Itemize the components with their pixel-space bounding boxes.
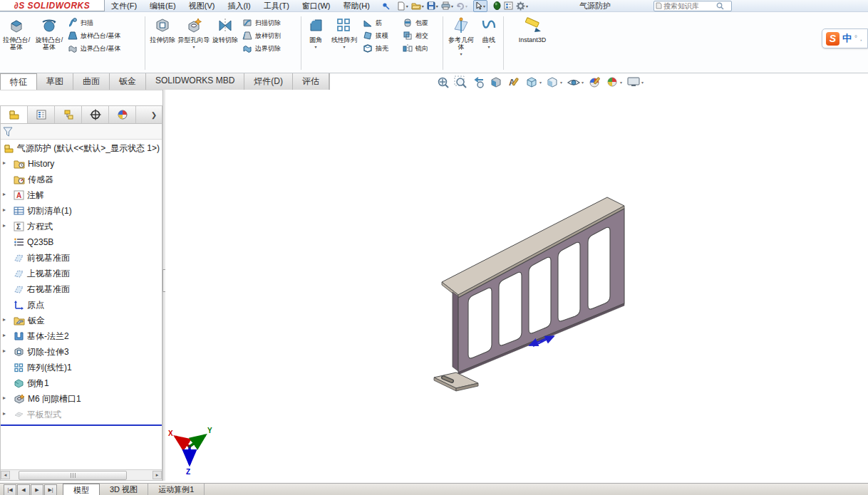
tree-horizontal-scrollbar[interactable]: ◂ ▸ [1, 469, 162, 480]
graphics-viewport[interactable]: X Y Z [165, 90, 868, 483]
menu-window[interactable]: 窗口(W) [296, 0, 337, 11]
new-document-icon[interactable]: ▾ [396, 1, 410, 11]
rib-button[interactable]: 筋 [361, 18, 401, 28]
tab-solidworks-mbd[interactable]: SOLIDWORKS MBD [146, 73, 244, 90]
rollback-bar[interactable] [1, 424, 162, 426]
curves-button[interactable]: 曲线 ▾ [477, 14, 501, 73]
first-tab-button[interactable]: |◀ [4, 484, 16, 495]
save-icon[interactable]: ▾ [425, 1, 440, 11]
revolve-boss-button[interactable]: 旋转凸台/基体 [33, 14, 66, 73]
tab-motion-study[interactable]: 运动算例1 [148, 484, 205, 495]
tree-item-top-plane[interactable]: 上视基准面 [1, 266, 162, 281]
zoom-to-fit-icon[interactable] [436, 75, 450, 89]
tree-item-history[interactable]: ▸ History [1, 156, 162, 172]
display-style-icon[interactable]: ▾ [546, 75, 562, 89]
search-input[interactable] [663, 2, 715, 10]
revolve-cut-button[interactable]: 旋转切除 [210, 14, 240, 73]
mirror-button[interactable]: 镜向 [401, 43, 440, 53]
scroll-right-arrow[interactable]: ▸ [153, 471, 162, 479]
menu-view[interactable]: 视图(V) [182, 0, 222, 11]
apply-scene-icon[interactable]: ▾ [606, 75, 622, 89]
tree-filter-row[interactable] [1, 124, 162, 140]
section-view-icon[interactable] [490, 75, 503, 89]
previous-tab-button[interactable]: ◀ [17, 484, 30, 495]
ime-brand-icon[interactable]: S [826, 32, 839, 46]
tree-item-sensors[interactable]: 传感器 [1, 172, 162, 187]
ime-punctuation-mode[interactable]: °， [854, 33, 864, 43]
tree-item-m6-clearance-slot[interactable]: ▸ M6 间隙槽口1 [1, 391, 162, 407]
previous-view-icon[interactable] [472, 75, 485, 89]
tree-item-equations[interactable]: ▸ Σ 方程式 [1, 219, 162, 234]
last-tab-button[interactable]: ▶| [44, 484, 57, 495]
hole-wizard-button[interactable]: 异型孔向导 ▾ [177, 14, 210, 73]
loft-boss-button[interactable]: 放样凸台/基体 [66, 31, 143, 41]
tab-model[interactable]: 模型 [63, 484, 100, 495]
tab-evaluate[interactable]: 评估 [293, 73, 329, 90]
sheet-metal-part[interactable] [434, 197, 624, 391]
sweep-button[interactable]: 扫描 [66, 18, 143, 28]
propertymanager-icon[interactable] [28, 106, 55, 123]
scrollbar-thumb[interactable] [19, 471, 127, 480]
annotation-view-icon[interactable]: A [507, 75, 521, 89]
file-properties-icon[interactable] [502, 1, 515, 11]
print-icon[interactable]: ▾ [440, 1, 455, 11]
view-settings-icon[interactable]: ▾ [626, 75, 644, 89]
tree-item-front-plane[interactable]: 前视基准面 [1, 250, 162, 266]
extrude-boss-button[interactable]: 拉伸凸台/基体 [0, 14, 33, 73]
tab-surfaces[interactable]: 曲面 [73, 73, 110, 90]
swept-cut-button[interactable]: 扫描切除 [240, 18, 299, 28]
tab-weldments[interactable]: 焊件(D) [244, 73, 293, 90]
ime-language-mode[interactable]: 中 [842, 32, 852, 45]
tree-item-right-plane[interactable]: 右视基准面 [1, 281, 162, 297]
menu-tools[interactable]: 工具(T) [257, 0, 296, 11]
rebuild-icon[interactable] [492, 1, 502, 11]
hide-show-items-icon[interactable]: ▾ [567, 75, 584, 89]
select-cursor-icon[interactable]: ▾ [473, 0, 487, 12]
boundary-cut-button[interactable]: 边界切除 [240, 43, 299, 53]
menu-file[interactable]: 文件(F) [105, 0, 143, 11]
tree-item-annotations[interactable]: ▸ A 注解 [1, 187, 162, 203]
menu-edit[interactable]: 编辑(E) [143, 0, 182, 11]
tree-item-cut-extrude[interactable]: ▸ 切除-拉伸3 [1, 344, 162, 360]
tree-item-material[interactable]: Q235B [1, 234, 162, 250]
reference-geometry-button[interactable]: 参考几何体 ▾ [445, 14, 477, 73]
extrude-cut-button[interactable]: 拉伸切除 [148, 14, 177, 73]
shell-button[interactable]: 抽壳 [361, 43, 401, 53]
open-document-icon[interactable]: ▾ [410, 1, 425, 11]
search-icon[interactable] [716, 2, 724, 10]
edit-appearance-icon[interactable] [588, 75, 601, 89]
boundary-boss-button[interactable]: 边界凸台/基体 [66, 43, 143, 53]
fillet-button[interactable]: 圆角 ▾ [304, 14, 328, 73]
menu-help[interactable]: 帮助(H) [337, 0, 376, 11]
tree-item-cut-list[interactable]: ▸ 切割清单(1) [1, 203, 162, 219]
linear-pattern-button[interactable]: 线性阵列 ▾ [328, 14, 361, 73]
next-tab-button[interactable]: ▶ [31, 484, 43, 495]
tree-item-flat-pattern[interactable]: ▸ 平板型式 [1, 407, 162, 422]
solidworks-logo[interactable]: ∂S SOLIDWORKS [0, 0, 105, 11]
wrap-button[interactable]: 包覆 [401, 18, 440, 28]
tree-item-chamfer[interactable]: 倒角1 [1, 375, 162, 391]
input-method-toolbar[interactable]: S 中 °， [822, 28, 868, 48]
displaymanager-icon[interactable] [109, 106, 136, 123]
lofted-cut-button[interactable]: 放样切割 [240, 31, 299, 41]
tab-features[interactable]: 特征 [0, 73, 37, 90]
tree-item-base-flange[interactable]: ▸ 基体-法兰2 [1, 328, 162, 344]
tab-sketch[interactable]: 草图 [37, 73, 73, 90]
tree-root-part[interactable]: 气源防护 (默认<<默认>_显示状态 1>) [1, 141, 162, 156]
panel-expand-arrow[interactable]: ❯ [146, 106, 162, 123]
tab-3d-views[interactable]: 3D 视图 [100, 484, 148, 495]
menu-insert[interactable]: 插入(I) [221, 0, 257, 11]
search-box[interactable] [653, 1, 732, 11]
pin-icon[interactable] [381, 1, 391, 11]
view-orientation-icon[interactable]: ▾ [525, 75, 542, 89]
dimxpertmanager-icon[interactable] [82, 106, 109, 123]
tree-item-linear-pattern[interactable]: 阵列(线性)1 [1, 360, 162, 375]
tab-sheet-metal[interactable]: 钣金 [110, 73, 146, 90]
configurationmanager-icon[interactable] [55, 106, 82, 123]
options-gear-icon[interactable]: ▾ [515, 1, 529, 11]
tree-item-origin[interactable]: 原点 [1, 297, 162, 313]
tree-item-sheet-metal-folder[interactable]: ▸ 钣金 [1, 313, 162, 328]
zoom-to-area-icon[interactable] [454, 75, 467, 89]
scroll-left-arrow[interactable]: ◂ [1, 471, 10, 479]
instant3d-button[interactable]: Instant3D [506, 14, 559, 73]
